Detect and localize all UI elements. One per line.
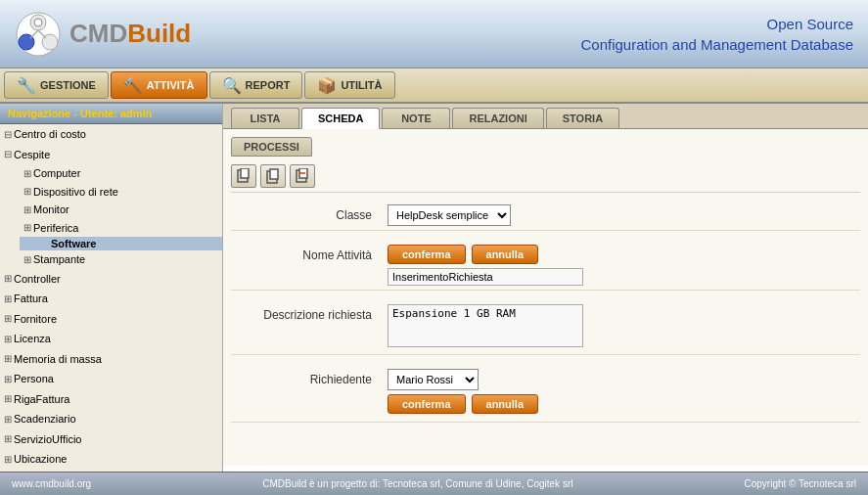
nome-attivita-input[interactable] <box>388 268 583 286</box>
proc-btn-1[interactable] <box>231 164 256 188</box>
tree-item-fattura[interactable]: ⊞ Fattura <box>0 289 222 309</box>
tree-children-cespite: ⊞ Computer ⊞ Dispositivo di rete ⊞ Monit… <box>0 164 222 269</box>
richiedente-label: Richiedente <box>231 369 388 386</box>
expand-icon: ⊞ <box>4 412 12 427</box>
tree-item-monitor[interactable]: ⊞ Monitor <box>20 201 222 219</box>
expand-icon: ⊞ <box>23 184 31 199</box>
expand-icon: ⊞ <box>4 351 12 366</box>
logout-button[interactable]: Logout <box>0 470 222 472</box>
footer-right: Copyright © Tecnoteca srl <box>745 478 856 489</box>
expand-icon: ⊞ <box>4 452 12 467</box>
process-toolbar <box>231 160 860 193</box>
expand-icon: ⊟ <box>4 147 12 161</box>
action-buttons-bottom: conferma annulla <box>388 394 860 414</box>
annulla-button-top[interactable]: annulla <box>472 245 539 264</box>
gestione-icon: 🔧 <box>17 76 36 95</box>
classe-field: HelpDesk semplice HelpDesk avanzato <box>388 204 860 226</box>
header-title: Open Source Configuration and Management… <box>580 14 853 55</box>
tree-item-scadenziario[interactable]: ⊞ Scadenziario <box>0 409 222 429</box>
tree-item-servizioufficio[interactable]: ⊞ ServizioUfficio <box>0 429 222 450</box>
utilita-icon: 📦 <box>317 76 337 95</box>
richiedente-select[interactable]: Mario Rossi Luigi Bianchi <box>388 369 479 390</box>
content-area: LISTA SCHEDA NOTE RELAZIONI STORIA PROCE… <box>223 104 868 472</box>
tree-item-licenza[interactable]: ⊞ Licenza <box>0 329 222 349</box>
logo-area: CMDBuild <box>15 11 191 58</box>
tree-item-memoria-di-massa[interactable]: ⊞ Memoria di massa <box>0 349 222 370</box>
expand-icon: ⊞ <box>23 220 31 235</box>
delete-process-icon <box>295 168 310 184</box>
attivita-icon: 🔨 <box>123 76 143 95</box>
tree-item-persona[interactable]: ⊞ Persona <box>0 369 222 389</box>
richiedente-row: Richiedente Mario Rossi Luigi Bianchi co… <box>231 365 860 423</box>
action-buttons-top: conferma annulla <box>388 245 860 264</box>
descrizione-label: Descrizione richiesta <box>231 304 388 322</box>
new-process-icon <box>236 168 251 184</box>
tab-bar: LISTA SCHEDA NOTE RELAZIONI STORIA <box>223 104 868 129</box>
classe-select[interactable]: HelpDesk semplice HelpDesk avanzato <box>388 204 511 226</box>
tab-note[interactable]: NOTE <box>382 108 450 128</box>
tree-item-controller[interactable]: ⊞ Controller <box>0 269 222 290</box>
main-area: Navigazione - Utente: admin ⊟ Centro di … <box>0 104 868 472</box>
content-inner: PROCESSI <box>223 129 868 466</box>
classe-row: Classe HelpDesk semplice HelpDesk avanza… <box>231 201 860 231</box>
header: CMDBuild Open Source Configuration and M… <box>0 0 868 68</box>
expand-icon: ⊞ <box>4 391 12 406</box>
tree-item-dispositivo-di-rete[interactable]: ⊞ Dispositivo di rete <box>20 183 222 202</box>
edit-process-icon <box>265 168 281 184</box>
descrizione-textarea[interactable]: Espansione 1 GB RAM <box>388 304 583 347</box>
tree-item-centro-di-costo[interactable]: ⊟ Centro di costo <box>0 124 222 145</box>
expand-icon: ⊞ <box>4 431 12 446</box>
annulla-button-bottom[interactable]: annulla <box>472 394 539 414</box>
tree-item-fornitore[interactable]: ⊞ Fornitore <box>0 309 222 330</box>
tree-item-cespite[interactable]: ⊟ Cespite <box>0 145 222 165</box>
proc-btn-3[interactable] <box>290 164 315 188</box>
utilita-button[interactable]: 📦 UTILITÀ <box>304 71 394 99</box>
tree-item-computer[interactable]: ⊞ Computer <box>20 164 222 183</box>
tab-scheda[interactable]: SCHEDA <box>301 108 380 129</box>
expand-icon: ⊞ <box>4 332 12 346</box>
expand-icon: ⊞ <box>4 271 12 286</box>
nome-attivita-field: conferma annulla <box>388 245 860 286</box>
logo-text: CMDBuild <box>69 19 191 49</box>
svg-point-2 <box>34 19 42 26</box>
expand-icon: ⊟ <box>4 127 12 142</box>
expand-icon: ⊞ <box>23 166 31 181</box>
tab-storia[interactable]: STORIA <box>546 108 619 128</box>
tree-item-periferica[interactable]: ⊞ Periferica <box>20 219 222 238</box>
report-icon: 🔍 <box>222 76 242 95</box>
tree-item-software[interactable]: Software <box>20 237 222 250</box>
tree-item-rigafattura[interactable]: ⊞ RigaFattura <box>0 389 222 410</box>
sidebar-header: Navigazione - Utente: admin <box>0 104 222 124</box>
tree-item-stampante[interactable]: ⊞ Stampante <box>20 250 222 269</box>
nome-attivita-label: Nome Attività <box>231 245 388 262</box>
attivita-button[interactable]: 🔨 ATTIVITÀ <box>111 71 207 99</box>
expand-icon: ⊞ <box>4 292 12 306</box>
processi-subtab[interactable]: PROCESSI <box>231 137 312 157</box>
expand-icon: ⊞ <box>23 202 31 217</box>
expand-icon: ⊞ <box>4 372 12 386</box>
conferma-button-bottom[interactable]: conferma <box>388 394 466 414</box>
richiedente-field: Mario Rossi Luigi Bianchi conferma annul… <box>388 369 860 418</box>
sidebar: Navigazione - Utente: admin ⊟ Centro di … <box>0 104 223 472</box>
toolbar: 🔧 GESTIONE 🔨 ATTIVITÀ 🔍 REPORT 📦 UTILITÀ <box>0 68 868 104</box>
footer-left: www.cmdbuild.org <box>12 478 91 489</box>
descrizione-field: Espansione 1 GB RAM <box>388 304 860 350</box>
nome-attivita-row: Nome Attività conferma annulla <box>231 241 860 291</box>
descrizione-row: Descrizione richiesta Espansione 1 GB RA… <box>231 300 860 355</box>
logo-icon <box>15 11 62 58</box>
expand-icon: ⊞ <box>23 252 31 267</box>
footer: www.cmdbuild.org CMDBuild è un progetto … <box>0 472 868 495</box>
svg-rect-10 <box>270 169 278 179</box>
conferma-button-top[interactable]: conferma <box>388 245 466 264</box>
proc-btn-2[interactable] <box>260 164 286 188</box>
report-button[interactable]: 🔍 REPORT <box>209 71 303 99</box>
svg-rect-8 <box>241 168 249 178</box>
gestione-button[interactable]: 🔧 GESTIONE <box>4 71 109 99</box>
expand-icon: ⊞ <box>4 311 12 326</box>
tab-lista[interactable]: LISTA <box>231 108 299 128</box>
footer-center: CMDBuild è un progetto di: Tecnoteca srl… <box>262 478 572 489</box>
classe-label: Classe <box>231 204 388 222</box>
tree-item-ubicazione[interactable]: ⊞ Ubicazione <box>0 449 222 470</box>
tab-relazioni[interactable]: RELAZIONI <box>452 108 543 128</box>
